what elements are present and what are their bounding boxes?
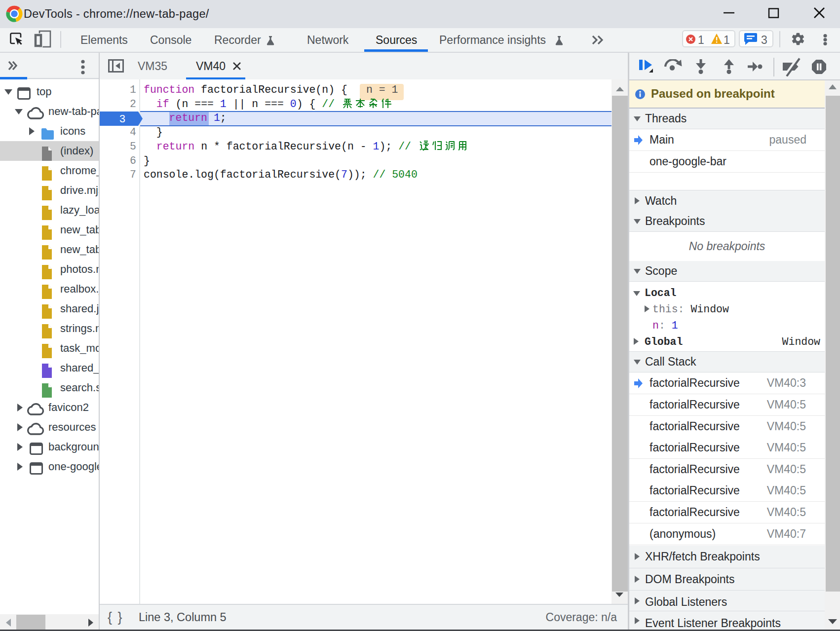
svg-text:3: 3 bbox=[119, 113, 126, 125]
